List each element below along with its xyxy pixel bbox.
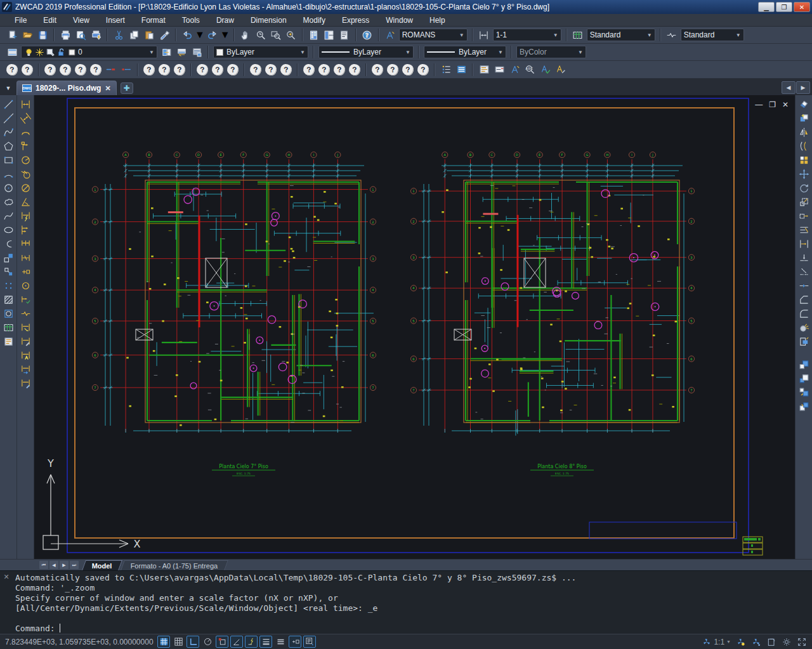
ellipse-button[interactable] — [1, 223, 16, 237]
menu-tools[interactable]: Tools — [174, 15, 208, 26]
offset-button[interactable] — [797, 139, 811, 153]
insert-block-button[interactable] — [1, 251, 16, 265]
document-tab-active[interactable]: DWG 18029-... Piso.dwg ✕ — [16, 81, 117, 95]
tab-scroll-right-icon[interactable]: ▶ — [796, 81, 810, 94]
doc-close-icon[interactable]: ✕ — [782, 100, 789, 109]
array-button[interactable] — [797, 153, 811, 167]
join-button[interactable] — [797, 279, 811, 292]
ellipse-arc-button[interactable] — [1, 237, 16, 251]
fullscreen-toggle[interactable] — [797, 637, 807, 647]
status-toggle-cycle[interactable] — [274, 636, 287, 648]
menu-edit[interactable]: Edit — [35, 15, 65, 26]
layout-prev-icon[interactable]: ◀ — [49, 561, 58, 569]
block-editor-button[interactable] — [797, 334, 811, 348]
dim-center-mark-button[interactable] — [18, 279, 33, 292]
menu-help[interactable]: Help — [421, 15, 454, 26]
dim-aligned-button[interactable] — [18, 111, 33, 125]
unknown-plugin-button[interactable]: ? — [141, 62, 157, 77]
layer-previous-button[interactable] — [174, 45, 189, 60]
maximize-button[interactable]: ❐ — [776, 2, 792, 12]
status-toggle-esnap[interactable] — [216, 636, 228, 648]
new-button[interactable] — [4, 28, 20, 43]
cut-button[interactable] — [111, 28, 126, 43]
bring-above-button[interactable] — [797, 385, 811, 399]
status-toggle-dyn-input[interactable] — [245, 636, 258, 648]
zoom-previous-button[interactable] — [284, 28, 299, 43]
color-swatch-icon[interactable] — [67, 48, 77, 57]
dim-break-button[interactable] — [18, 251, 33, 265]
dim-inspect-button[interactable] — [18, 292, 33, 306]
unknown-plugin-button[interactable]: ? — [332, 62, 347, 77]
unknown-plugin-button[interactable]: ? — [370, 62, 385, 77]
unknown-plugin-button[interactable]: ? — [73, 62, 88, 77]
command-window[interactable]: ✕ Automatically saved to C:\Users\avarga… — [0, 570, 812, 634]
spline-button[interactable] — [1, 209, 16, 223]
dim-diameter-button[interactable] — [18, 181, 33, 195]
status-toggle-etrack[interactable] — [230, 636, 243, 648]
minimize-button[interactable]: ▁ — [758, 2, 775, 12]
menu-window[interactable]: Window — [377, 15, 421, 26]
linetype-combo[interactable]: ByLayer▼ — [318, 46, 414, 58]
mleader-style-button[interactable] — [664, 28, 679, 43]
dim-angular-button[interactable] — [18, 195, 33, 209]
dim-baseline-button[interactable] — [18, 223, 33, 237]
unlock-icon[interactable] — [56, 48, 66, 57]
layout-last-icon[interactable]: ⏭ — [70, 561, 79, 569]
unknown-plugin-button[interactable]: ? — [301, 62, 317, 77]
help-button[interactable]: ? — [360, 28, 375, 43]
menu-modify[interactable]: Modify — [295, 15, 334, 26]
dim-style-button[interactable] — [18, 376, 33, 390]
revision-cloud-button[interactable] — [1, 195, 16, 209]
unknown-plugin-button[interactable]: ? — [20, 62, 35, 77]
unknown-plugin-button[interactable]: ? — [248, 62, 263, 77]
layout-first-icon[interactable]: ⏮ — [39, 561, 48, 569]
clipboard-monitor[interactable] — [766, 637, 776, 647]
layer-match-button[interactable] — [159, 45, 174, 60]
viewport-icon[interactable] — [46, 48, 55, 57]
color-combo[interactable]: ByLayer▼ — [213, 46, 308, 58]
spell-check-button[interactable] — [537, 62, 553, 77]
extend-button[interactable] — [797, 237, 811, 251]
status-toggle-grid[interactable] — [172, 636, 185, 648]
annotation-autoscale-toggle[interactable] — [751, 637, 761, 647]
mtext-button[interactable] — [1, 334, 16, 348]
menu-insert[interactable]: Insert — [98, 15, 133, 26]
plotstyle-combo[interactable]: ByColor▼ — [516, 46, 586, 58]
rectangle-button[interactable] — [1, 153, 16, 167]
status-toggle-lwt[interactable] — [259, 636, 272, 648]
new-tab-button[interactable]: ✚ — [121, 82, 133, 94]
send-under-button[interactable] — [797, 399, 811, 413]
linetype-continuous-button[interactable] — [103, 62, 119, 77]
point-button[interactable] — [1, 279, 16, 292]
dim-style-combo[interactable]: 1-1▼ — [493, 29, 561, 41]
text-scale-button[interactable] — [507, 62, 522, 77]
dim-edit-button[interactable] — [18, 320, 33, 334]
freeze-icon[interactable] — [35, 48, 44, 57]
pan-button[interactable] — [238, 28, 253, 43]
dim-continue-button[interactable] — [18, 237, 33, 251]
dim-style-button[interactable] — [476, 28, 492, 43]
polyline-button[interactable] — [1, 125, 16, 139]
unknown-plugin-button[interactable]: ? — [43, 62, 58, 77]
print-button[interactable] — [58, 28, 73, 43]
table-style-combo[interactable]: Standard▼ — [587, 29, 655, 41]
settings-gear[interactable] — [782, 637, 792, 647]
dim-jog-line-button[interactable] — [18, 306, 33, 320]
menu-dimension[interactable]: Dimension — [242, 15, 295, 26]
dim-jogged-button[interactable] — [18, 167, 33, 181]
status-toggle-ortho[interactable] — [187, 636, 199, 648]
line-button[interactable] — [1, 97, 16, 111]
annotation-scale-control[interactable]: 1:1▼ — [702, 637, 731, 647]
layout-tab-formato-a0-1-75-entrega[interactable]: Formato - A0 (1-75) Entrega — [121, 560, 228, 570]
redo-button[interactable] — [205, 28, 220, 43]
unknown-plugin-button[interactable]: ? — [263, 62, 278, 77]
tab-close-icon[interactable]: ✕ — [105, 84, 110, 93]
fillet-button[interactable] — [797, 306, 811, 320]
mirror-button[interactable] — [797, 125, 811, 139]
doc-minimize-icon[interactable]: — — [755, 100, 763, 109]
line-list-button[interactable] — [454, 62, 469, 77]
bullet-list-button[interactable] — [438, 62, 454, 77]
tool-palettes-button[interactable] — [337, 28, 352, 43]
scale-button[interactable] — [797, 195, 811, 209]
unknown-plugin-button[interactable]: ? — [317, 62, 332, 77]
